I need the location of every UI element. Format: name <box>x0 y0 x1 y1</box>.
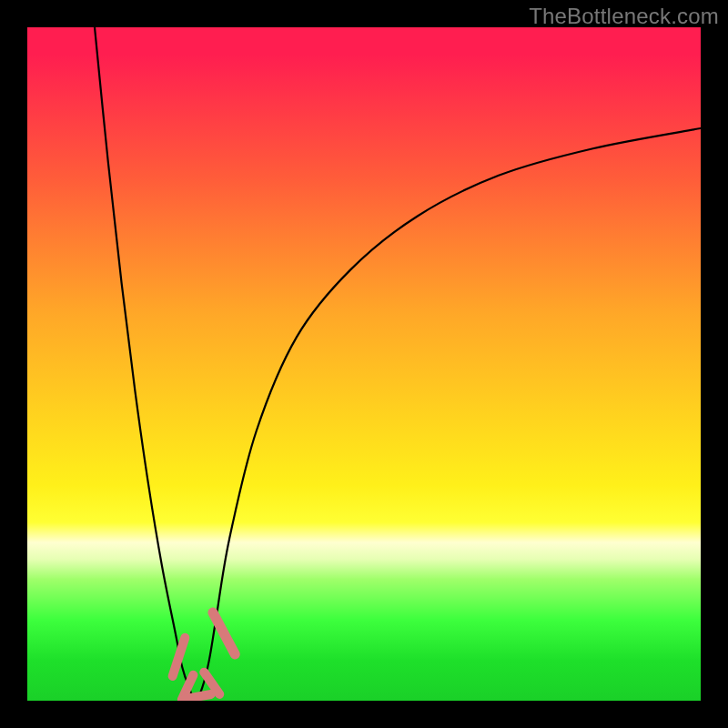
bottleneck-curve <box>27 27 701 701</box>
valley-marker <box>185 694 211 699</box>
valley-marker <box>213 612 235 654</box>
plot-gradient-area <box>27 27 701 701</box>
chart-container: TheBottleneck.com <box>0 0 728 728</box>
attribution-text: TheBottleneck.com <box>529 4 719 29</box>
